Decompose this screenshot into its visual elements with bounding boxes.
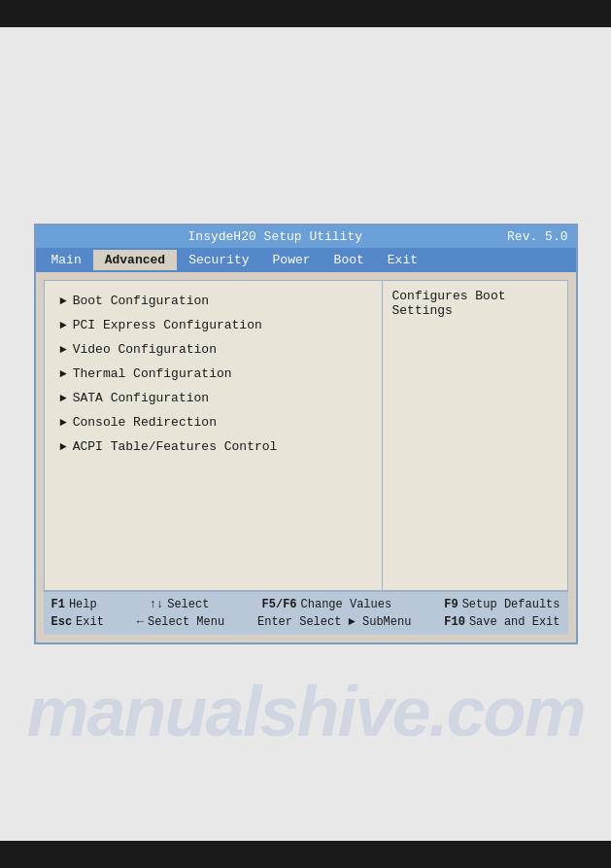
footer-row-2: Esc Exit ← Select Menu Enter Select ► Su… bbox=[51, 613, 560, 631]
arrow-icon: ► bbox=[60, 392, 67, 405]
menu-exit[interactable]: Exit bbox=[376, 250, 429, 270]
entry-acpi-table[interactable]: ► ACPI Table/Features Control bbox=[56, 434, 370, 459]
right-panel: Configures Boot Settings bbox=[383, 281, 567, 590]
entry-video-configuration[interactable]: ► Video Configuration bbox=[56, 337, 370, 362]
bottom-bar bbox=[0, 841, 611, 868]
watermark: manualshive.com bbox=[26, 672, 584, 751]
footer-row-1: F1 Help ↑↓ Select F5/F6 Change Values F9… bbox=[51, 596, 560, 613]
menu-advanced[interactable]: Advanced bbox=[93, 250, 177, 270]
footer-f1-help: F1 Help bbox=[51, 598, 97, 611]
arrow-icon: ► bbox=[60, 319, 67, 332]
arrow-icon: ► bbox=[60, 440, 67, 454]
footer-setup-defaults: F9 Setup Defaults bbox=[444, 598, 560, 611]
footer: F1 Help ↑↓ Select F5/F6 Change Values F9… bbox=[44, 591, 568, 635]
footer-change-values: F5/F6 Change Values bbox=[262, 598, 392, 611]
left-panel: ► Boot Configuration ► PCI Express Confi… bbox=[45, 281, 383, 590]
footer-save-exit: F10 Save and Exit bbox=[444, 615, 560, 629]
entry-console-redirection[interactable]: ► Console Redirection bbox=[56, 410, 370, 434]
footer-esc-exit: Esc Exit bbox=[51, 615, 104, 629]
bios-window: InsydeH20 Setup Utility Rev. 5.0 Main Ad… bbox=[34, 224, 578, 644]
menu-security[interactable]: Security bbox=[177, 250, 260, 270]
footer-select: ↑↓ Select bbox=[150, 598, 210, 611]
menu-power[interactable]: Power bbox=[261, 250, 322, 270]
arrow-icon: ► bbox=[60, 367, 67, 381]
menu-main[interactable]: Main bbox=[40, 250, 93, 270]
arrow-icon: ► bbox=[60, 295, 67, 308]
menu-bar: Main Advanced Security Power Boot Exit bbox=[36, 248, 576, 272]
app-title: InsydeH20 Setup Utility bbox=[44, 229, 508, 244]
footer-select-menu: ← Select Menu bbox=[137, 615, 224, 629]
panel-description: Configures Boot Settings bbox=[392, 289, 506, 318]
menu-boot[interactable]: Boot bbox=[322, 250, 376, 270]
arrow-icon: ► bbox=[60, 343, 67, 357]
top-bar bbox=[0, 0, 611, 27]
entry-boot-configuration[interactable]: ► Boot Configuration bbox=[56, 289, 370, 313]
main-panel: ► Boot Configuration ► PCI Express Confi… bbox=[44, 280, 568, 591]
content-area: ► Boot Configuration ► PCI Express Confi… bbox=[36, 272, 576, 642]
entry-pci-express[interactable]: ► PCI Express Configuration bbox=[56, 313, 370, 337]
arrow-icon: ► bbox=[60, 416, 67, 430]
entry-thermal-configuration[interactable]: ► Thermal Configuration bbox=[56, 362, 370, 386]
entry-sata-configuration[interactable]: ► SATA Configuration bbox=[56, 386, 370, 410]
rev-label: Rev. 5.0 bbox=[507, 229, 567, 244]
footer-enter-submenu: Enter Select ► SubMenu bbox=[257, 615, 411, 629]
title-bar: InsydeH20 Setup Utility Rev. 5.0 bbox=[36, 226, 576, 248]
